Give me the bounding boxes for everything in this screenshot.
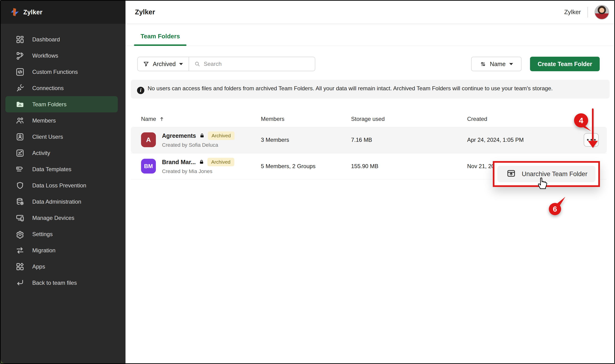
column-label: Name	[141, 116, 156, 122]
sidebar-item-data-administration[interactable]: Data Administration	[1, 194, 126, 210]
name-line: Agreements Archived	[162, 131, 235, 140]
created-cell: Apr 24, 2024, 1:05 PM	[467, 137, 573, 143]
search-input[interactable]	[204, 61, 315, 67]
sidebar-item-client-users[interactable]: Client Users	[1, 129, 126, 145]
sidebar-item-label: Dashboard	[32, 36, 60, 43]
sidebar-item-label: Connections	[32, 85, 64, 91]
sidebar-item-settings[interactable]: Settings	[1, 226, 126, 242]
people-icon	[15, 116, 25, 125]
sort-arrows-icon	[480, 61, 486, 67]
database-gear-icon	[15, 197, 25, 207]
toolbar-right: Name Create Team Folder	[471, 57, 600, 71]
annotation-step-4-balloon: 4	[573, 113, 593, 133]
sidebar-item-back-to-team-files[interactable]: Back to team files	[1, 275, 126, 291]
table-row-agreements[interactable]: A Agreements Archived Created by Sofia D…	[131, 127, 607, 153]
sidebar-nav: Dashboard Workflows Custom Functions Con…	[1, 24, 126, 291]
ellipsis-icon	[594, 139, 596, 141]
caret-down-icon	[509, 63, 513, 65]
sidebar: Zylker Dashboard Workflows Custom Functi…	[1, 1, 126, 363]
name-block: Brand Mar... Archived Created by Mia Jon…	[162, 158, 234, 174]
column-header-name[interactable]: Name	[131, 116, 261, 122]
column-header-members: Members	[261, 116, 351, 122]
annotation-step-4-number: 4	[579, 116, 584, 125]
folder-icon	[15, 100, 25, 109]
topbar: Zylker Zylker	[126, 1, 614, 24]
gear-icon	[15, 230, 25, 239]
sidebar-item-migration[interactable]: Migration	[1, 242, 126, 259]
menu-item-label: Unarchive Team Folder	[522, 170, 587, 178]
column-label: Storage used	[351, 116, 385, 122]
apps-icon	[15, 262, 25, 271]
swap-arrows-icon	[15, 246, 25, 255]
annotation-step-6-balloon: 6	[546, 195, 568, 216]
create-team-folder-button[interactable]: Create Team Folder	[530, 57, 600, 71]
created-by-text: Created by Mia Jones	[162, 168, 234, 174]
sidebar-item-data-loss-prevention[interactable]: Data Loss Prevention	[1, 177, 126, 194]
caret-down-icon	[179, 63, 183, 65]
folder-avatar: A	[141, 132, 156, 147]
lock-icon	[199, 159, 204, 165]
sidebar-item-label: Activity	[32, 150, 50, 156]
column-label: Members	[261, 116, 284, 122]
table-header: Name Members Storage used Created	[131, 111, 607, 127]
filter-search-group: Archived	[137, 57, 315, 71]
shield-icon	[15, 181, 25, 190]
sidebar-item-label: Data Administration	[32, 198, 81, 205]
plug-icon	[15, 83, 25, 93]
search-field	[189, 61, 315, 67]
sidebar-item-manage-devices[interactable]: Manage Devices	[1, 210, 126, 226]
storage-cell: 155.90 MB	[351, 163, 467, 169]
account-name[interactable]: Zylker	[564, 9, 581, 16]
sidebar-item-connections[interactable]: Connections	[1, 80, 126, 96]
column-header-storage: Storage used	[351, 116, 467, 122]
folder-name[interactable]: Agreements	[162, 132, 196, 139]
topbar-account: Zylker	[564, 5, 609, 20]
vertical-divider	[587, 7, 588, 18]
sidebar-item-label: Custom Functions	[32, 69, 78, 75]
hand-cursor-icon	[536, 176, 549, 190]
sidebar-item-label: Data Templates	[32, 166, 71, 173]
tab-team-folders[interactable]: Team Folders	[134, 33, 186, 46]
sidebar-item-label: Data Loss Prevention	[32, 182, 86, 189]
sidebar-item-custom-functions[interactable]: Custom Functions	[1, 64, 126, 80]
sidebar-item-label: Back to team files	[32, 280, 77, 286]
name-cell: A Agreements Archived Created by Sofia D…	[131, 131, 261, 148]
user-avatar[interactable]	[595, 5, 609, 20]
logo-text: Zylker	[23, 9, 42, 16]
sidebar-item-label: Settings	[32, 231, 53, 237]
created-by-text: Created by Sofia Deluca	[162, 142, 235, 148]
tab-active-underline	[134, 44, 186, 46]
sort-dropdown[interactable]: Name	[471, 57, 521, 71]
filter-dropdown[interactable]: Archived	[138, 57, 189, 71]
lock-icon	[199, 133, 205, 138]
archived-badge: Archived	[208, 158, 234, 166]
devices-icon	[15, 213, 25, 223]
tag-icon	[15, 165, 25, 174]
folder-name[interactable]: Brand Mar...	[162, 159, 196, 166]
search-icon	[194, 61, 200, 67]
sidebar-item-team-folders[interactable]: Team Folders	[5, 96, 118, 112]
sidebar-item-activity[interactable]: Activity	[1, 145, 126, 161]
name-line: Brand Mar... Archived	[162, 158, 234, 166]
name-cell: BM Brand Mar... Archived Created by Mia …	[131, 158, 261, 174]
sidebar-item-data-templates[interactable]: Data Templates	[1, 161, 126, 177]
sidebar-item-label: Migration	[32, 247, 56, 254]
tab-label: Team Folders	[140, 33, 180, 40]
page-title: Zylker	[135, 8, 155, 16]
sidebar-item-workflows[interactable]: Workflows	[1, 48, 126, 64]
sidebar-item-label: Apps	[32, 263, 45, 270]
sidebar-item-label: Workflows	[32, 52, 58, 59]
sidebar-item-label: Team Folders	[32, 101, 66, 108]
sidebar-item-members[interactable]: Members	[1, 112, 126, 129]
storage-cell: 7.16 MB	[351, 137, 467, 143]
tab-bar: Team Folders	[126, 24, 614, 46]
zylker-logo-icon	[10, 7, 20, 17]
sidebar-item-dashboard[interactable]: Dashboard	[1, 31, 126, 48]
workflow-icon	[15, 51, 25, 60]
sidebar-item-apps[interactable]: Apps	[1, 259, 126, 275]
info-banner-text: No users can access files and folders fr…	[148, 85, 553, 91]
code-icon	[15, 67, 25, 77]
column-header-created: Created	[467, 116, 573, 122]
members-cell: 3 Members	[261, 137, 351, 143]
name-block: Agreements Archived Created by Sofia Del…	[162, 131, 235, 148]
